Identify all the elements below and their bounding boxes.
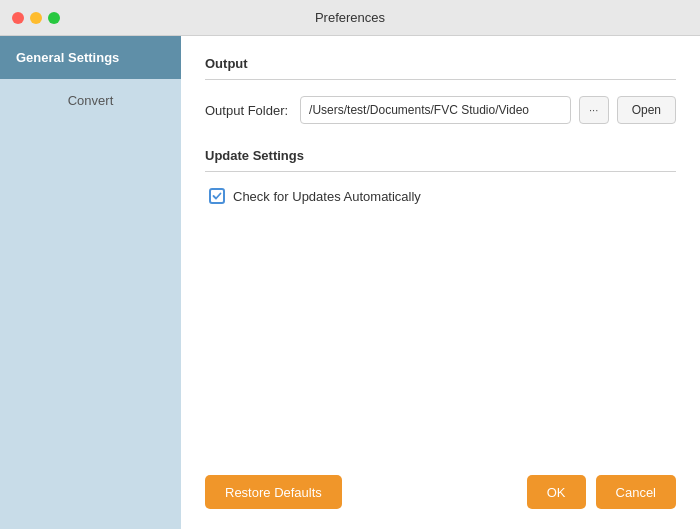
main-layout: General Settings Convert Output Output F… xyxy=(0,36,700,529)
update-divider xyxy=(205,171,676,172)
output-folder-input[interactable] xyxy=(300,96,571,124)
minimize-button[interactable] xyxy=(30,12,42,24)
output-divider xyxy=(205,79,676,80)
content-area: Output Output Folder: ··· Open Update Se… xyxy=(181,36,700,529)
sidebar: General Settings Convert xyxy=(0,36,181,529)
browse-button[interactable]: ··· xyxy=(579,96,609,124)
title-bar: Preferences xyxy=(0,0,700,36)
ok-button[interactable]: OK xyxy=(527,475,586,509)
output-section-title: Output xyxy=(205,56,676,71)
restore-defaults-button[interactable]: Restore Defaults xyxy=(205,475,342,509)
auto-update-row[interactable]: Check for Updates Automatically xyxy=(205,188,676,204)
sidebar-item-general-settings[interactable]: General Settings xyxy=(0,36,181,79)
auto-update-checkbox[interactable] xyxy=(209,188,225,204)
output-section: Output Output Folder: ··· Open xyxy=(205,56,676,124)
update-section-title: Update Settings xyxy=(205,148,676,163)
open-button[interactable]: Open xyxy=(617,96,676,124)
auto-update-label: Check for Updates Automatically xyxy=(233,189,421,204)
cancel-button[interactable]: Cancel xyxy=(596,475,676,509)
footer-right-buttons: OK Cancel xyxy=(527,475,676,509)
close-button[interactable] xyxy=(12,12,24,24)
output-folder-row: Output Folder: ··· Open xyxy=(205,96,676,124)
maximize-button[interactable] xyxy=(48,12,60,24)
sidebar-item-convert[interactable]: Convert xyxy=(0,79,181,122)
checkmark-icon xyxy=(212,191,222,201)
window-title: Preferences xyxy=(315,10,385,25)
output-folder-label: Output Folder: xyxy=(205,103,288,118)
footer: Restore Defaults OK Cancel xyxy=(181,475,700,509)
traffic-lights xyxy=(12,12,60,24)
update-section: Update Settings Check for Updates Automa… xyxy=(205,148,676,204)
